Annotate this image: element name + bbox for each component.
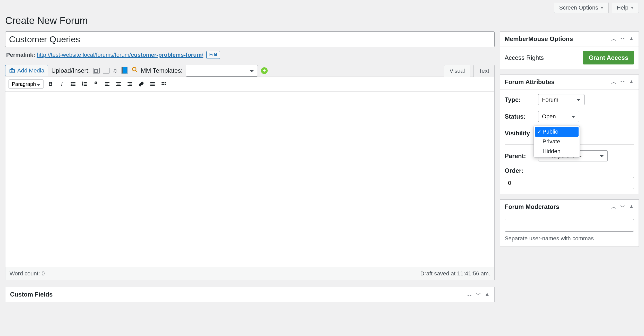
chevron-up-icon[interactable]: ︿ bbox=[467, 291, 472, 298]
help-label: Help bbox=[617, 4, 628, 11]
svg-rect-28 bbox=[162, 82, 163, 83]
visibility-option-hidden[interactable]: Hidden bbox=[535, 146, 579, 156]
caret-up-icon[interactable]: ▲ bbox=[629, 79, 634, 86]
visibility-dropdown: Public Private Hidden bbox=[533, 126, 580, 158]
svg-rect-7 bbox=[72, 84, 75, 84]
forum-moderators-box: Forum Moderators ︿ ﹀ ▲ Separate user-nam… bbox=[500, 199, 639, 247]
chevron-up-icon[interactable]: ︿ bbox=[611, 79, 616, 86]
svg-rect-22 bbox=[128, 83, 132, 83]
screen-options-label: Screen Options bbox=[559, 4, 598, 11]
image-icon[interactable] bbox=[93, 68, 100, 73]
numbered-list-button[interactable]: 123 bbox=[80, 80, 89, 88]
caret-up-icon[interactable]: ▲ bbox=[485, 291, 490, 298]
tab-text[interactable]: Text bbox=[473, 65, 495, 77]
chevron-down-icon: ▼ bbox=[630, 6, 634, 10]
align-right-button[interactable] bbox=[125, 80, 134, 88]
visibility-option-private[interactable]: Private bbox=[535, 137, 579, 146]
chevron-down-icon[interactable]: ﹀ bbox=[476, 291, 481, 298]
chevron-up-icon[interactable]: ︿ bbox=[611, 203, 616, 210]
svg-rect-30 bbox=[165, 82, 166, 83]
chevron-down-icon[interactable]: ﹀ bbox=[620, 36, 625, 43]
add-template-button[interactable]: + bbox=[261, 67, 268, 74]
toolbar-toggle-button[interactable] bbox=[159, 80, 168, 88]
bullet-list-button[interactable] bbox=[69, 80, 78, 88]
bold-button[interactable]: B bbox=[46, 80, 55, 88]
svg-rect-16 bbox=[105, 83, 109, 83]
editor-content[interactable] bbox=[5, 92, 494, 267]
type-label: Type: bbox=[505, 96, 538, 103]
permalink-link[interactable]: http://test-website.local/forums/forum/c… bbox=[37, 52, 204, 58]
moderators-help: Separate user-names with commas bbox=[505, 235, 634, 242]
parent-label: Parent: bbox=[505, 152, 538, 160]
svg-point-6 bbox=[71, 84, 72, 85]
status-label: Status: bbox=[505, 113, 538, 120]
svg-rect-11 bbox=[84, 83, 87, 83]
camera-icon bbox=[9, 68, 15, 74]
chevron-down-icon[interactable]: ﹀ bbox=[620, 79, 625, 86]
italic-button[interactable]: I bbox=[57, 80, 66, 88]
svg-rect-24 bbox=[128, 85, 132, 86]
svg-rect-23 bbox=[129, 84, 132, 84]
svg-point-2 bbox=[132, 67, 136, 71]
add-media-button[interactable]: Add Media bbox=[5, 65, 48, 76]
caret-up-icon[interactable]: ▲ bbox=[629, 203, 634, 210]
svg-rect-18 bbox=[105, 85, 109, 86]
readmore-button[interactable] bbox=[148, 80, 157, 88]
svg-rect-29 bbox=[163, 82, 164, 83]
caret-up-icon[interactable]: ▲ bbox=[629, 36, 634, 43]
align-left-button[interactable] bbox=[103, 80, 112, 88]
svg-point-1 bbox=[11, 70, 13, 72]
svg-rect-19 bbox=[116, 83, 121, 83]
forum-moderators-title: Forum Moderators bbox=[505, 203, 559, 210]
svg-rect-33 bbox=[165, 84, 166, 85]
svg-text:3: 3 bbox=[82, 84, 83, 86]
custom-fields-title: Custom Fields bbox=[10, 291, 53, 298]
add-media-label: Add Media bbox=[17, 67, 44, 74]
svg-rect-21 bbox=[116, 85, 121, 86]
forum-attributes-box: Forum Attributes ︿ ﹀ ▲ Type: Forum Statu… bbox=[500, 75, 639, 194]
access-rights-label: Access Rights bbox=[505, 54, 544, 61]
book-icon[interactable]: 📘 bbox=[120, 67, 129, 75]
align-center-button[interactable] bbox=[114, 80, 123, 88]
visibility-label: Visibility bbox=[505, 130, 538, 137]
forum-title-input[interactable] bbox=[5, 31, 495, 47]
mm-templates-select[interactable] bbox=[186, 65, 258, 77]
svg-rect-13 bbox=[84, 84, 87, 84]
audio-icon[interactable]: ♫ bbox=[113, 67, 117, 74]
forum-attributes-title: Forum Attributes bbox=[505, 78, 555, 86]
permalink-label: Permalink: bbox=[6, 52, 35, 58]
svg-rect-31 bbox=[162, 84, 163, 85]
draft-saved-status: Draft saved at 11:41:56 am. bbox=[420, 270, 490, 277]
status-select[interactable]: Open bbox=[538, 111, 579, 122]
search-icon[interactable] bbox=[132, 67, 138, 75]
video-icon[interactable] bbox=[103, 68, 109, 73]
svg-line-3 bbox=[135, 70, 137, 72]
page-title: Create New Forum bbox=[5, 15, 639, 26]
svg-rect-9 bbox=[72, 85, 75, 86]
svg-rect-27 bbox=[150, 86, 155, 86]
tab-visual[interactable]: Visual bbox=[444, 65, 470, 77]
format-select[interactable]: Paragraph bbox=[9, 79, 44, 89]
visibility-option-public[interactable]: Public bbox=[535, 127, 579, 137]
chevron-up-icon[interactable]: ︿ bbox=[611, 36, 616, 43]
order-input[interactable] bbox=[505, 177, 634, 189]
svg-rect-25 bbox=[150, 82, 155, 83]
moderators-input[interactable] bbox=[505, 219, 634, 232]
screen-options-button[interactable]: Screen Options ▼ bbox=[554, 3, 609, 13]
upload-insert-label: Upload/Insert: bbox=[51, 67, 90, 74]
order-label: Order: bbox=[505, 167, 523, 174]
permalink-row: Permalink: http://test-website.local/for… bbox=[6, 51, 495, 59]
help-button[interactable]: Help ▼ bbox=[612, 3, 639, 13]
edit-permalink-button[interactable]: Edit bbox=[206, 51, 220, 59]
link-button[interactable] bbox=[137, 80, 146, 88]
svg-rect-15 bbox=[84, 85, 87, 86]
blockquote-button[interactable]: ❝ bbox=[91, 80, 100, 88]
svg-rect-26 bbox=[150, 84, 155, 84]
chevron-down-icon[interactable]: ﹀ bbox=[620, 203, 625, 210]
svg-point-8 bbox=[71, 85, 72, 86]
grant-access-button[interactable]: Grant Access bbox=[583, 51, 634, 64]
svg-rect-5 bbox=[72, 83, 75, 83]
type-select[interactable]: Forum bbox=[538, 94, 584, 105]
svg-point-4 bbox=[71, 82, 72, 83]
word-count: Word count: 0 bbox=[10, 270, 45, 277]
